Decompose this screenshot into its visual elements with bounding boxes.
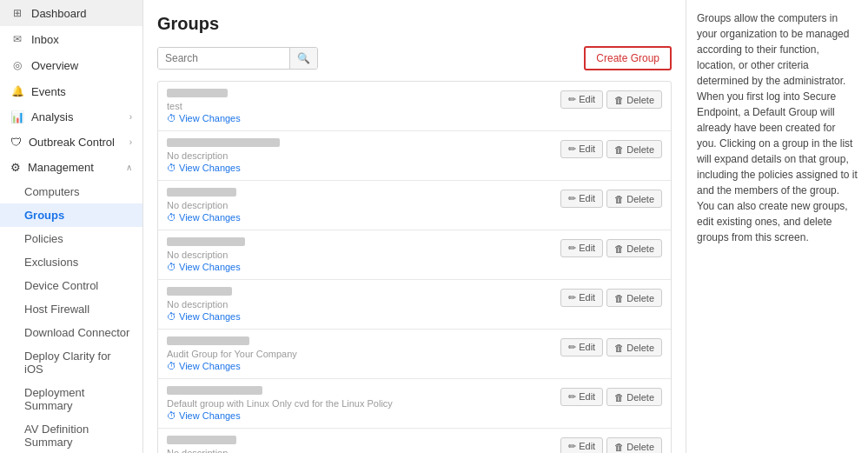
sidebar-item-computers[interactable]: Computers [0, 180, 142, 203]
delete-button[interactable]: 🗑 Delete [606, 388, 662, 406]
main-content: Groups 🔍 Create Group test ⏱ View Change… [143, 0, 868, 453]
group-name-block: Audit Group for Your Company ⏱ View Chan… [167, 336, 553, 371]
sidebar-item-av-definition-summary[interactable]: AV Definition Summary [0, 417, 142, 453]
search-button[interactable]: 🔍 [289, 48, 317, 69]
edit-button[interactable]: ✏ Edit [560, 239, 603, 257]
group-name-bar [167, 89, 228, 97]
events-icon: 🔔 [10, 84, 24, 98]
edit-button[interactable]: ✏ Edit [560, 437, 603, 453]
group-name-block: No description ⏱ View Changes [167, 188, 553, 223]
group-name-block: No description ⏱ View Changes [167, 237, 553, 272]
clock-icon: ⏱ [167, 262, 176, 272]
group-item: No description ⏱ View Changes ✏ Edit 🗑 D… [158, 181, 671, 230]
group-actions: ✏ Edit 🗑 Delete [560, 190, 662, 208]
clock-icon: ⏱ [167, 361, 176, 371]
group-description: test [167, 101, 553, 111]
view-changes-link[interactable]: ⏱ View Changes [167, 212, 553, 223]
group-item: No description ⏱ View Changes ✏ Edit 🗑 D… [158, 131, 671, 181]
analysis-icon: 📊 [10, 110, 24, 123]
sidebar-item-dashboard[interactable]: ⊞ Dashboard [0, 0, 142, 26]
edit-button[interactable]: ✏ Edit [560, 190, 603, 208]
page-content: Groups 🔍 Create Group test ⏱ View Change… [143, 0, 686, 453]
group-description: No description [167, 448, 553, 453]
delete-button[interactable]: 🗑 Delete [606, 90, 662, 109]
sidebar-section-management[interactable]: ⚙ Management ∧ [0, 155, 142, 180]
delete-button[interactable]: 🗑 Delete [606, 338, 662, 356]
group-actions: ✏ Edit 🗑 Delete [560, 90, 662, 109]
sidebar-item-groups[interactable]: Groups [0, 203, 142, 227]
edit-button[interactable]: ✏ Edit [560, 289, 603, 307]
group-name-bar [167, 436, 236, 444]
group-actions: ✏ Edit 🗑 Delete [560, 437, 662, 453]
content-area: Groups 🔍 Create Group test ⏱ View Change… [143, 0, 868, 453]
sidebar-item-device-control[interactable]: Device Control [0, 274, 142, 297]
group-item-header: No description ⏱ View Changes ✏ Edit 🗑 D… [167, 188, 662, 223]
group-actions: ✏ Edit 🗑 Delete [560, 289, 662, 307]
group-description: No description [167, 150, 553, 161]
group-item-header: Default group with Linux Only cvd for th… [167, 386, 662, 421]
delete-button[interactable]: 🗑 Delete [606, 437, 662, 453]
sidebar-item-deploy-clarity[interactable]: Deploy Clarity for iOS [0, 344, 142, 381]
view-changes-link[interactable]: ⏱ View Changes [167, 113, 553, 123]
view-changes-link[interactable]: ⏱ View Changes [167, 361, 553, 371]
chevron-down-icon: › [129, 137, 132, 147]
create-group-button[interactable]: Create Group [584, 46, 672, 70]
group-item: No description ⏱ View Changes ✏ Edit 🗑 D… [158, 280, 671, 330]
page-title: Groups [157, 14, 672, 34]
sidebar-item-overview[interactable]: ◎ Overview [0, 52, 142, 78]
sidebar-item-policies[interactable]: Policies [0, 227, 142, 250]
group-name-block: No description ⏱ View Changes [167, 436, 553, 453]
group-actions: ✏ Edit 🗑 Delete [560, 239, 662, 257]
edit-button[interactable]: ✏ Edit [560, 388, 603, 406]
group-item-header: test ⏱ View Changes ✏ Edit 🗑 Delete [167, 89, 662, 123]
sidebar: ⊞ Dashboard ✉ Inbox ◎ Overview 🔔 Events … [0, 0, 143, 453]
group-item: No description ⏱ View Changes ✏ Edit 🗑 D… [158, 230, 671, 280]
group-description: Audit Group for Your Company [167, 349, 553, 359]
edit-button[interactable]: ✏ Edit [560, 90, 603, 109]
group-name-bar [167, 287, 232, 296]
delete-button[interactable]: 🗑 Delete [606, 140, 662, 158]
group-description: Default group with Linux Only cvd for th… [167, 398, 553, 409]
view-changes-link[interactable]: ⏱ View Changes [167, 163, 553, 173]
sidebar-item-host-firewall[interactable]: Host Firewall [0, 297, 142, 321]
group-name-bar [167, 386, 262, 395]
sidebar-item-exclusions[interactable]: Exclusions [0, 250, 142, 274]
sidebar-item-deployment-summary[interactable]: Deployment Summary [0, 381, 142, 417]
group-actions: ✏ Edit 🗑 Delete [560, 388, 662, 406]
group-name-bar [167, 237, 245, 246]
chevron-up-icon: ∧ [126, 163, 132, 172]
group-item: Default group with Linux Only cvd for th… [158, 379, 671, 429]
clock-icon: ⏱ [167, 212, 176, 223]
sidebar-section-analysis[interactable]: 📊 Analysis › [0, 104, 142, 130]
group-item: Audit Group for Your Company ⏱ View Chan… [158, 330, 671, 379]
sidebar-item-events[interactable]: 🔔 Events [0, 78, 142, 104]
sidebar-section-outbreak-control[interactable]: 🛡 Outbreak Control › [0, 130, 142, 155]
group-actions: ✏ Edit 🗑 Delete [560, 338, 662, 356]
group-item: test ⏱ View Changes ✏ Edit 🗑 Delete [158, 82, 671, 131]
group-list: test ⏱ View Changes ✏ Edit 🗑 Delete No d… [157, 81, 672, 453]
info-panel: Groups allow the computers in your organ… [686, 0, 868, 453]
group-description: No description [167, 299, 553, 310]
delete-button[interactable]: 🗑 Delete [606, 190, 662, 208]
sidebar-item-inbox[interactable]: ✉ Inbox [0, 26, 142, 52]
group-item-header: No description ⏱ View Changes ✏ Edit 🗑 D… [167, 287, 662, 322]
group-item: No description ⏱ View Changes ✏ Edit 🗑 D… [158, 429, 671, 453]
view-changes-link[interactable]: ⏱ View Changes [167, 410, 553, 421]
group-name-block: No description ⏱ View Changes [167, 138, 553, 173]
edit-button[interactable]: ✏ Edit [560, 338, 603, 356]
clock-icon: ⏱ [167, 410, 176, 421]
delete-button[interactable]: 🗑 Delete [606, 289, 662, 307]
clock-icon: ⏱ [167, 113, 176, 123]
edit-button[interactable]: ✏ Edit [560, 140, 603, 158]
view-changes-link[interactable]: ⏱ View Changes [167, 311, 553, 322]
search-input[interactable] [158, 48, 289, 69]
inbox-icon: ✉ [10, 32, 24, 46]
group-description: No description [167, 200, 553, 210]
group-name-block: Default group with Linux Only cvd for th… [167, 386, 553, 421]
delete-button[interactable]: 🗑 Delete [606, 239, 662, 257]
view-changes-link[interactable]: ⏱ View Changes [167, 262, 553, 272]
chevron-down-icon: › [129, 112, 132, 122]
group-item-header: No description ⏱ View Changes ✏ Edit 🗑 D… [167, 237, 662, 272]
group-name-bar [167, 188, 236, 197]
sidebar-item-download-connector[interactable]: Download Connector [0, 321, 142, 344]
